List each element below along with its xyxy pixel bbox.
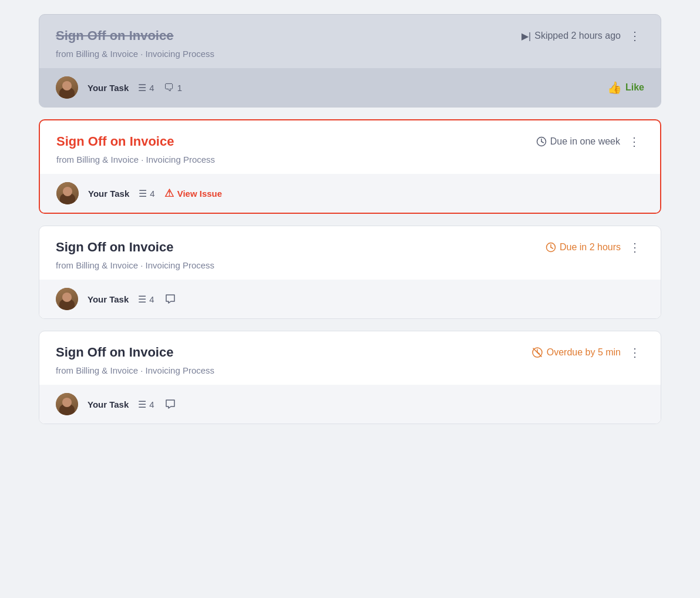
due-2hrs-status-text: Due in 2 hours [546,242,621,253]
card-footer-due-2hrs: Your Task ☰ 4 [39,280,661,318]
card-top-due-2hrs: Sign Off on Invoice Due in 2 hours ⋮ fro… [39,226,661,280]
card-header-due-2hrs: Sign Off on Invoice Due in 2 hours ⋮ [56,239,644,256]
comment-count-skipped: 🗨 1 [164,82,182,94]
your-task-label-highlighted: Your Task [88,189,129,199]
card-header-highlighted: Sign Off on Invoice Due in one week ⋮ [56,133,644,150]
checklist-count-overdue: ☰ 4 [138,399,154,410]
comment-icon-skipped: 🗨 [164,82,174,94]
warning-icon: ⚠ [164,187,174,200]
card-status-skipped: ▶| Skipped 2 hours ago ⋮ [521,28,644,44]
card-status-highlighted: Due in one week ⋮ [536,133,644,150]
more-menu-due-2hrs[interactable]: ⋮ [625,239,644,256]
more-menu-highlighted[interactable]: ⋮ [625,133,644,150]
task-subtitle-skipped: from Billing & Invoice · Invoicing Proce… [56,49,644,59]
clock-icon-due-2hrs [546,242,556,253]
clock-icon-highlighted [536,136,547,147]
checklist-icon-overdue: ☰ [138,399,146,410]
task-card-highlighted: Sign Off on Invoice Due in one week ⋮ fr… [39,119,661,214]
avatar-skipped [56,76,78,99]
skip-status-text: ▶| Skipped 2 hours ago [521,31,621,42]
task-card-skipped: Sign Off on Invoice ▶| Skipped 2 hours a… [39,14,661,107]
avatar-face-due-2hrs [56,288,78,310]
due-week-status-text: Due in one week [536,136,620,147]
checklist-icon-due-2hrs: ☰ [138,294,146,305]
task-title-due-2hrs: Sign Off on Invoice [56,240,173,255]
task-card-overdue: Sign Off on Invoice Overdue by 5 min ⋮ [39,331,661,424]
svg-line-5 [551,247,553,248]
task-card-due-2hrs: Sign Off on Invoice Due in 2 hours ⋮ fro… [39,226,661,319]
avatar-overdue [56,393,78,415]
checklist-icon-highlighted: ☰ [139,188,147,199]
task-title-skipped: Sign Off on Invoice [56,28,173,43]
avatar-face-highlighted [56,182,79,204]
card-top-overdue: Sign Off on Invoice Overdue by 5 min ⋮ [39,331,661,385]
card-header-skipped: Sign Off on Invoice ▶| Skipped 2 hours a… [56,28,644,44]
more-menu-overdue[interactable]: ⋮ [625,344,644,361]
card-footer-skipped: Your Task ☰ 4 🗨 1 👍 Like [39,68,661,107]
card-footer-overdue: Your Task ☰ 4 [39,385,661,424]
checklist-count-due-2hrs: ☰ 4 [138,294,154,305]
your-task-label-overdue: Your Task [88,399,129,409]
avatar-face-overdue [56,393,78,415]
checklist-count-highlighted: ☰ 4 [139,188,154,199]
avatar-highlighted [56,182,79,204]
card-top-skipped: Sign Off on Invoice ▶| Skipped 2 hours a… [39,15,661,68]
comment-icon-due-2hrs [164,293,177,305]
task-subtitle-highlighted: from Billing & Invoice · Invoicing Proce… [56,154,644,164]
card-status-overdue: Overdue by 5 min ⋮ [531,344,644,361]
task-subtitle-overdue: from Billing & Invoice · Invoicing Proce… [56,365,644,375]
thumbs-up-icon: 👍 [607,80,622,95]
checklist-icon-skipped: ☰ [138,82,146,93]
task-subtitle-due-2hrs: from Billing & Invoice · Invoicing Proce… [56,260,644,270]
svg-line-2 [541,142,544,143]
view-issue-button[interactable]: ⚠ View Issue [164,187,222,200]
your-task-label-skipped: Your Task [88,83,129,93]
card-footer-highlighted: Your Task ☰ 4 ⚠ View Issue [40,174,660,213]
like-button-skipped[interactable]: 👍 Like [607,80,644,95]
task-title-highlighted: Sign Off on Invoice [56,134,174,149]
overdue-status-text: Overdue by 5 min [531,347,621,358]
avatar-face-skipped [56,76,78,99]
more-menu-skipped[interactable]: ⋮ [625,28,644,44]
clock-crossed-icon-overdue [531,347,543,358]
task-title-overdue: Sign Off on Invoice [56,345,173,360]
checklist-count-skipped: ☰ 4 [138,82,154,93]
your-task-label-due-2hrs: Your Task [88,294,129,304]
avatar-due-2hrs [56,288,78,310]
card-status-due-2hrs: Due in 2 hours ⋮ [546,239,644,256]
skip-icon: ▶| [521,31,531,42]
comment-icon-overdue [164,398,177,411]
card-top-highlighted: Sign Off on Invoice Due in one week ⋮ fr… [40,120,660,174]
card-header-overdue: Sign Off on Invoice Overdue by 5 min ⋮ [56,344,644,361]
